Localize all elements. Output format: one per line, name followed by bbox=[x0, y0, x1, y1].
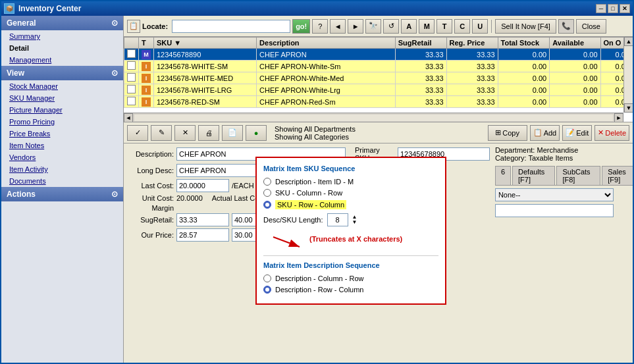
app-icon: 📦 bbox=[4, 3, 14, 14]
sidebar-actions-label: Actions bbox=[7, 190, 36, 199]
back-button[interactable]: ◄ bbox=[330, 19, 346, 34]
col-header-description[interactable]: Description bbox=[257, 38, 396, 49]
c-button[interactable]: C bbox=[454, 19, 470, 34]
scroll-down-btn[interactable]: ▼ bbox=[624, 103, 633, 113]
sidebar-item-picture-manager[interactable]: Picture Manager bbox=[1, 104, 123, 116]
desc-option-1[interactable]: Description - Row - Column bbox=[263, 286, 438, 294]
table-row[interactable]: M 12345678890 CHEF APRON 33.33 33.33 0.0… bbox=[124, 49, 633, 61]
delete-label: Delete bbox=[605, 129, 626, 137]
sidebar-header-general[interactable]: General ⊙ bbox=[1, 16, 123, 30]
binoculars-button[interactable]: 🔭 bbox=[365, 19, 381, 34]
scroll-up-btn[interactable]: ▲ bbox=[624, 37, 633, 46]
row-checkbox[interactable] bbox=[124, 96, 139, 108]
sku-radio-1[interactable] bbox=[263, 189, 271, 197]
forward-button[interactable]: ► bbox=[348, 19, 363, 34]
row-checkbox[interactable] bbox=[124, 84, 139, 96]
help-button[interactable]: ? bbox=[312, 19, 328, 34]
desc-radio-1[interactable] bbox=[263, 286, 271, 294]
row-sku: 12345678-RED-SM bbox=[154, 96, 257, 108]
tab-subcats[interactable]: SubCats [F8] bbox=[556, 166, 600, 185]
t-button[interactable]: T bbox=[436, 19, 452, 34]
vertical-scrollbar[interactable]: ▲ ▼ bbox=[623, 37, 633, 113]
sidebar-actions-arrow: ⊙ bbox=[111, 190, 118, 199]
desc-radio-0[interactable] bbox=[263, 274, 271, 282]
sidebar-item-vendors[interactable]: Vendors bbox=[1, 151, 123, 163]
table-row[interactable]: I 12345678-WHITE-LRG CHEF APRON-White-Lr… bbox=[124, 84, 633, 96]
green-dot-button[interactable]: ● bbox=[246, 125, 267, 141]
col-header-sug-retail[interactable]: SugRetail bbox=[395, 38, 446, 49]
table-row[interactable]: I 12345678-WHITE-SM CHEF APRON-White-Sm … bbox=[124, 61, 633, 72]
row-checkbox[interactable] bbox=[124, 49, 139, 61]
sidebar-item-management[interactable]: Management bbox=[1, 54, 123, 66]
doc-button[interactable]: 📄 bbox=[222, 125, 243, 141]
table-row[interactable]: I 12345678-WHITE-MED CHEF APRON-White-Me… bbox=[124, 72, 633, 84]
window-close-button[interactable]: ✕ bbox=[620, 4, 630, 13]
col-header-sku[interactable]: SKU ▼ bbox=[154, 38, 257, 49]
sidebar-header-view[interactable]: View ⊙ bbox=[1, 66, 123, 80]
copy-button[interactable]: ⊞ Copy bbox=[488, 125, 527, 141]
showing-info: Showing All Departments Showing All Cate… bbox=[269, 125, 485, 141]
tab-input-field[interactable] bbox=[495, 204, 614, 217]
sug-retail-input[interactable] bbox=[176, 213, 229, 226]
sidebar-item-documents[interactable]: Documents bbox=[1, 175, 123, 187]
m-button[interactable]: M bbox=[419, 19, 435, 34]
sku-option-1[interactable]: SKU - Column - Row bbox=[263, 189, 438, 197]
row-checkbox[interactable] bbox=[124, 61, 139, 72]
tab-6[interactable]: 6 bbox=[495, 166, 511, 185]
per-unit-label: /EACH bbox=[232, 182, 254, 190]
sidebar-item-price-breaks[interactable]: Price Breaks bbox=[1, 128, 123, 140]
add-button[interactable]: 📋 Add bbox=[530, 125, 560, 141]
u-button[interactable]: U bbox=[472, 19, 488, 34]
horizontal-scrollbar[interactable]: ◄ ► bbox=[124, 113, 623, 122]
col-header-total-stock[interactable]: Total Stock bbox=[498, 38, 550, 49]
maximize-button[interactable]: □ bbox=[608, 4, 618, 13]
delete-button[interactable]: ✕ Delete bbox=[594, 125, 629, 141]
sell-it-now-button[interactable]: Sell It Now [F4] bbox=[495, 19, 556, 34]
desc-option-0-label: Description - Column - Row bbox=[275, 274, 363, 282]
col-header-available[interactable]: Available bbox=[550, 38, 600, 49]
edit-button[interactable]: 📝 Edit bbox=[562, 125, 592, 141]
edit-icon-button[interactable]: ✎ bbox=[151, 125, 172, 141]
last-cost-input[interactable] bbox=[176, 179, 229, 192]
tab-sales[interactable]: Sales [F9] bbox=[602, 166, 633, 185]
print-button[interactable]: 🖨 bbox=[198, 125, 219, 141]
sidebar-item-sku-manager[interactable]: SKU Manager bbox=[1, 92, 123, 104]
sku-option-2[interactable]: SKU - Row - Column bbox=[263, 200, 438, 209]
locate-input[interactable] bbox=[172, 20, 290, 33]
sidebar-item-promo-pricing[interactable]: Promo Pricing bbox=[1, 116, 123, 128]
sku-radio-0[interactable] bbox=[263, 178, 271, 186]
tab-content: None-- bbox=[495, 188, 633, 217]
right-panel: 📋 Locate: go! ? ◄ ► 🔭 ↺ A M T C U Sell I… bbox=[124, 16, 633, 363]
sidebar-item-detail[interactable]: Detail bbox=[1, 42, 123, 54]
row-checkbox[interactable] bbox=[124, 72, 139, 84]
sidebar-item-summary[interactable]: Summary bbox=[1, 30, 123, 42]
sidebar-item-item-activity[interactable]: Item Activity bbox=[1, 163, 123, 175]
minimize-button[interactable]: ─ bbox=[596, 4, 606, 13]
our-price-input[interactable] bbox=[176, 228, 229, 242]
sidebar-item-stock-manager[interactable]: Stock Manager bbox=[1, 80, 123, 92]
close-button[interactable]: Close bbox=[576, 19, 606, 34]
length-input[interactable] bbox=[327, 213, 348, 226]
col-header-t[interactable]: T bbox=[139, 38, 154, 49]
none-dropdown[interactable]: None-- bbox=[495, 188, 614, 201]
inventory-table: T SKU ▼ Description SugRetail Reg. Price… bbox=[124, 37, 633, 108]
go-button[interactable]: go! bbox=[292, 19, 310, 34]
sidebar-item-item-notes[interactable]: Item Notes bbox=[1, 140, 123, 151]
row-sku: 12345678890 bbox=[154, 49, 257, 61]
col-header-reg-price[interactable]: Reg. Price bbox=[446, 38, 498, 49]
row-sug-retail: 33.33 bbox=[395, 96, 446, 108]
x-mark-button[interactable]: ✕ bbox=[174, 125, 196, 141]
checkmark-button[interactable]: ✓ bbox=[127, 125, 148, 141]
length-spinner[interactable]: ▲ ▼ bbox=[352, 215, 357, 225]
a-button[interactable]: A bbox=[401, 19, 417, 34]
tab-defaults[interactable]: Defaults [F7] bbox=[512, 166, 555, 185]
refresh-button[interactable]: ↺ bbox=[383, 19, 399, 34]
sidebar-header-actions[interactable]: Actions ⊙ bbox=[1, 187, 123, 201]
table-row[interactable]: I 12345678-RED-SM CHEF APRON-Red-Sm 33.3… bbox=[124, 96, 633, 108]
scroll-right-btn[interactable]: ► bbox=[614, 113, 623, 122]
col-header-check bbox=[124, 38, 139, 49]
sku-radio-2[interactable] bbox=[263, 201, 271, 209]
scroll-left-btn[interactable]: ◄ bbox=[124, 113, 133, 122]
desc-option-0[interactable]: Description - Column - Row bbox=[263, 274, 438, 282]
sku-option-0[interactable]: Description - Item ID - M bbox=[263, 178, 438, 186]
